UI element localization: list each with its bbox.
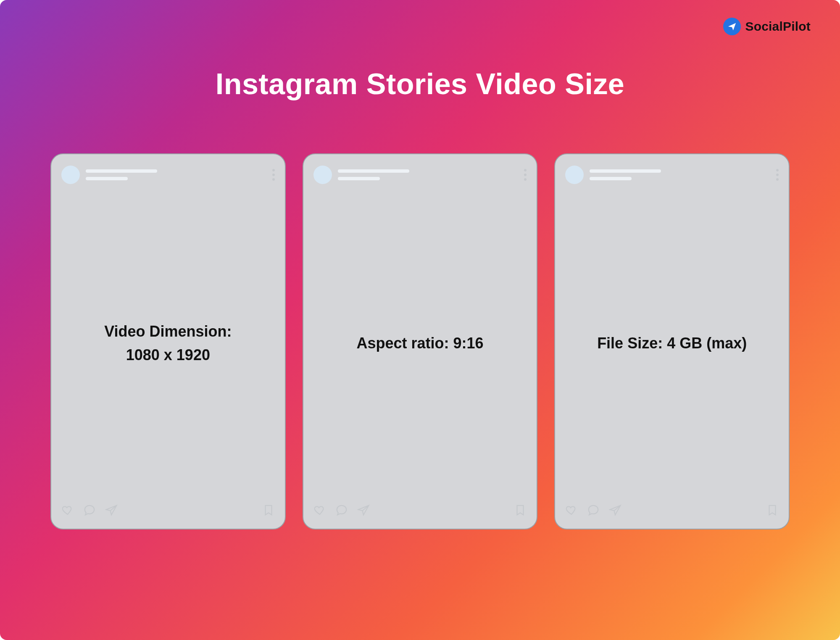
file-size-label: File Size: 4 GB (max) [597,332,747,355]
bookmark-icon [262,504,275,516]
dimension-label: Video Dimension: [104,320,232,343]
comment-icon [335,504,348,516]
brand-name: SocialPilot [745,19,811,34]
aspect-label: Aspect ratio: 9:16 [356,332,483,355]
page-title: Instagram Stories Video Size [0,67,840,101]
header-text-placeholder [86,169,157,180]
bookmark-icon [766,504,779,516]
card-content: Aspect ratio: 9:16 [313,187,527,499]
share-icon [105,504,118,516]
card-footer [565,499,779,521]
heart-icon [565,504,578,516]
share-icon [609,504,621,516]
share-icon [357,504,370,516]
card-content: Video Dimension: 1080 x 1920 [61,187,275,499]
header-text-placeholder [338,169,409,180]
bookmark-icon [514,504,527,516]
story-card-dimension: Video Dimension: 1080 x 1920 [50,153,286,529]
card-header [313,163,527,187]
more-icon [272,169,275,181]
dimension-value: 1080 x 1920 [126,343,210,367]
heart-icon [61,504,74,516]
card-content: File Size: 4 GB (max) [565,187,779,499]
instagram-story-size-infographic: SocialPilot Instagram Stories Video Size… [0,0,840,640]
card-footer [313,499,527,521]
paper-plane-icon [723,18,741,35]
header-text-placeholder [590,169,661,180]
more-icon [524,169,527,181]
card-header [565,163,779,187]
more-icon [776,169,779,181]
card-footer [61,499,275,521]
brand-logo: SocialPilot [723,18,811,35]
cards-row: Video Dimension: 1080 x 1920 [50,153,790,529]
story-card-filesize: File Size: 4 GB (max) [554,153,790,529]
comment-icon [83,504,96,516]
heart-icon [313,504,326,516]
story-card-aspect: Aspect ratio: 9:16 [303,153,538,529]
avatar-placeholder [313,166,332,184]
avatar-placeholder [61,166,80,184]
avatar-placeholder [565,166,584,184]
comment-icon [587,504,600,516]
card-header [61,163,275,187]
